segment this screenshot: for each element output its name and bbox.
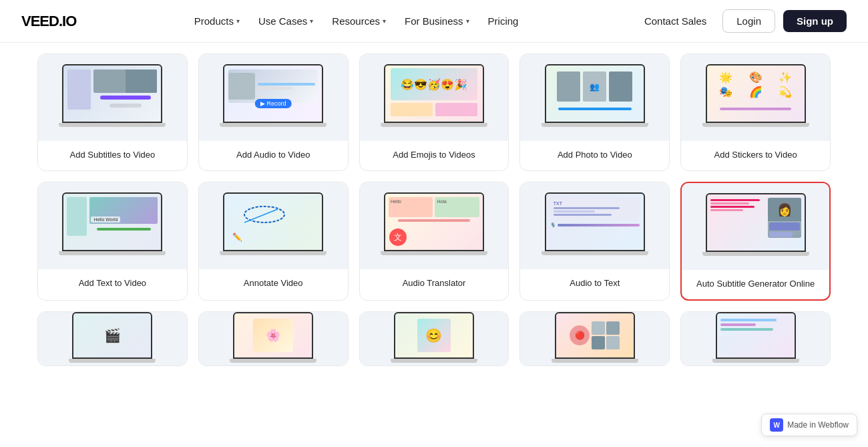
- card-label: Auto Subtitle Generator Online: [691, 270, 820, 299]
- card-partial-2[interactable]: 🌸: [198, 311, 349, 366]
- card-partial-5[interactable]: [680, 311, 831, 366]
- card-annotate-video[interactable]: ✏️ Annotate Video: [198, 182, 349, 301]
- login-button[interactable]: Login: [722, 9, 775, 33]
- translate-icon: 文: [389, 229, 407, 246]
- card-image: 🔴: [520, 312, 669, 365]
- card-image: Hello World: [38, 182, 187, 269]
- card-audio-translator[interactable]: Hello Hola 文 Audio Translator: [359, 182, 509, 301]
- chevron-down-icon: ▾: [383, 17, 386, 25]
- card-grid-row3: 🎬 🌸: [37, 311, 831, 366]
- card-label: Add Emojis to Videos: [387, 141, 480, 170]
- card-grid-row1: Add Subtitles to Video: [37, 53, 831, 171]
- card-auto-subtitle[interactable]: 👩 Auto Subtitle Generator Online: [680, 182, 831, 301]
- card-label: Add Stickers to Video: [709, 141, 803, 170]
- svg-line-1: [244, 209, 278, 222]
- card-image: [681, 312, 830, 365]
- card-label: Add Audio to Video: [231, 141, 315, 170]
- card-image: [38, 54, 187, 141]
- card-add-emojis[interactable]: 😂😎🥳😍🎉 Add Emojis to Videos: [359, 53, 509, 171]
- card-image: 🎬: [38, 312, 187, 365]
- card-image: ✏️: [199, 182, 348, 269]
- nav-products[interactable]: Products ▾: [186, 10, 248, 32]
- card-add-photo[interactable]: 👥 Add Photo to Video: [519, 53, 670, 171]
- header: VEED.IO Products ▾ Use Cases ▾ Resources…: [0, 0, 868, 43]
- card-image: 😂😎🥳😍🎉: [360, 54, 509, 141]
- logo[interactable]: VEED.IO: [21, 13, 76, 30]
- card-add-subtitles[interactable]: Add Subtitles to Video: [37, 53, 188, 171]
- audio-badge: ▶ Record: [255, 99, 292, 108]
- card-image: ▶ Record: [199, 54, 348, 141]
- chevron-down-icon: ▾: [310, 17, 313, 25]
- card-image: Hello Hola 文: [360, 182, 509, 269]
- chevron-down-icon: ▾: [236, 17, 240, 25]
- card-partial-3[interactable]: 😊: [359, 311, 509, 366]
- main-content: Add Subtitles to Video: [0, 43, 868, 447]
- card-image: 👩: [682, 183, 829, 270]
- main-nav: Products ▾ Use Cases ▾ Resources ▾ For B…: [186, 10, 527, 32]
- chevron-down-icon: ▾: [466, 17, 469, 25]
- card-audio-to-text[interactable]: TXT 🎙️: [519, 182, 670, 301]
- card-label: Audio Translator: [397, 269, 471, 299]
- card-add-stickers[interactable]: 🌟 🎨 ✨ 🎭 🌈 💫 Add Stickers to: [680, 53, 831, 171]
- signup-button[interactable]: Sign up: [783, 10, 847, 32]
- card-label: Add Subtitles to Video: [65, 141, 161, 170]
- pencil-icon: ✏️: [230, 230, 244, 245]
- nav-use-cases[interactable]: Use Cases ▾: [250, 10, 321, 32]
- card-partial-4[interactable]: 🔴: [519, 311, 670, 366]
- card-image: TXT 🎙️: [520, 182, 669, 269]
- nav-for-business[interactable]: For Business ▾: [397, 10, 477, 32]
- card-image: 👥: [520, 54, 669, 141]
- card-grid-row2: Hello World Add Text to Video: [37, 182, 831, 301]
- card-label: Annotate Video: [238, 269, 308, 299]
- nav-resources[interactable]: Resources ▾: [324, 10, 394, 32]
- webflow-label: Made in Webflow: [787, 420, 849, 430]
- card-image: 🌟 🎨 ✨ 🎭 🌈 💫: [681, 54, 830, 141]
- card-partial-1[interactable]: 🎬: [37, 311, 188, 366]
- header-right: Contact Sales Login Sign up: [636, 9, 847, 33]
- webflow-badge[interactable]: W Made in Webflow: [761, 414, 857, 436]
- card-add-audio[interactable]: ▶ Record Add Audio to Video: [198, 53, 349, 171]
- contact-sales-link[interactable]: Contact Sales: [636, 10, 714, 32]
- card-label: Add Text to Video: [73, 269, 152, 299]
- nav-pricing[interactable]: Pricing: [480, 10, 527, 32]
- card-add-text[interactable]: Hello World Add Text to Video: [37, 182, 188, 301]
- webflow-logo: W: [770, 418, 783, 432]
- card-label: Add Photo to Video: [552, 141, 638, 170]
- card-image: 🌸: [199, 312, 348, 365]
- card-label: Audio to Text: [564, 269, 625, 299]
- card-image: 😊: [360, 312, 509, 365]
